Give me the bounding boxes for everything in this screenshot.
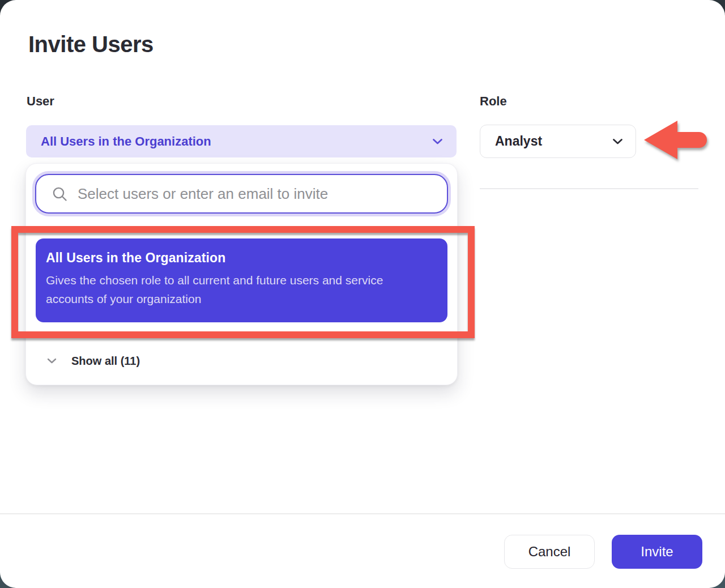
search-icon bbox=[52, 186, 67, 202]
option-description: Gives the chosen role to all current and… bbox=[46, 271, 433, 308]
invite-users-dialog: Invite Users User All Users in the Organ… bbox=[0, 0, 725, 588]
user-search-input[interactable] bbox=[78, 185, 433, 203]
show-all-label: Show all (11) bbox=[71, 355, 140, 368]
invite-button[interactable]: Invite bbox=[612, 535, 702, 569]
option-title: All Users in the Organization bbox=[46, 250, 433, 266]
section-divider bbox=[480, 188, 698, 189]
user-select[interactable]: All Users in the Organization bbox=[26, 125, 457, 157]
user-field-label: User bbox=[27, 94, 54, 109]
red-arrow-annotation bbox=[641, 115, 709, 165]
user-search-box bbox=[35, 174, 448, 214]
option-all-users[interactable]: All Users in the Organization Gives the … bbox=[36, 238, 447, 322]
role-select-value: Analyst bbox=[495, 134, 612, 149]
user-dropdown-panel: All Users in the Organization Gives the … bbox=[25, 163, 458, 385]
footer-divider bbox=[0, 513, 725, 514]
show-all-toggle[interactable]: Show all (11) bbox=[26, 346, 457, 376]
chevron-down-icon bbox=[432, 138, 443, 145]
page-title: Invite Users bbox=[28, 32, 153, 57]
cancel-button[interactable]: Cancel bbox=[504, 535, 595, 569]
chevron-down-icon bbox=[612, 138, 623, 145]
role-field-label: Role bbox=[480, 94, 507, 109]
user-select-value: All Users in the Organization bbox=[41, 134, 432, 149]
chevron-down-icon bbox=[47, 358, 57, 364]
role-select[interactable]: Analyst bbox=[480, 125, 636, 158]
